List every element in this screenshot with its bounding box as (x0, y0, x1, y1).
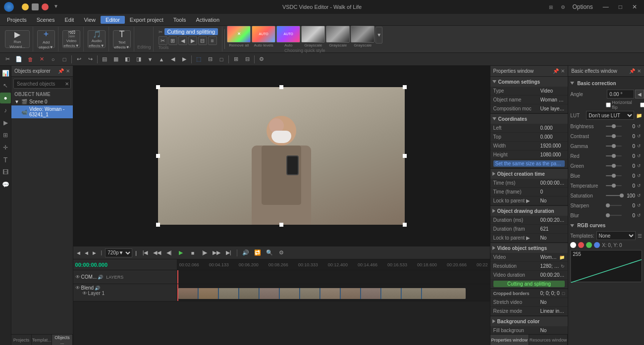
tl-play-prev[interactable]: |◀ (140, 248, 151, 258)
qs-more-btn[interactable]: ▼ (376, 26, 382, 48)
resolution-refresh-btn[interactable]: ↻ (561, 264, 565, 269)
props-close[interactable]: ✕ (561, 68, 565, 74)
tb2-delete-red[interactable]: 🗑 (25, 54, 36, 64)
gamma-thumb[interactable] (612, 144, 616, 148)
close-button[interactable] (42, 3, 49, 10)
contrast-reset[interactable]: ↺ (636, 133, 642, 139)
handle-bottom-center[interactable] (279, 223, 283, 227)
track-eye-1[interactable]: 👁 (75, 274, 80, 280)
qs-auto-thumb[interactable]: AUTO (276, 26, 300, 43)
tab-projects[interactable]: Projects (11, 335, 32, 345)
add-object-button[interactable]: + Add object▼ (37, 30, 55, 48)
h-flip-checkbox[interactable] (606, 102, 611, 107)
tl-play[interactable]: ▶ (175, 248, 186, 258)
tb2-deselect[interactable]: ⊟ (205, 54, 215, 64)
handle-top-right[interactable] (403, 85, 407, 89)
tl-next[interactable]: ▶ (91, 249, 98, 256)
li-cursor-icon[interactable]: ↖ (0, 80, 11, 91)
props-pin[interactable]: 📌 (553, 68, 559, 74)
handle-middle-left[interactable] (156, 154, 160, 158)
qs-grayscale-2-thumb[interactable] (326, 26, 350, 43)
angle-left-btn[interactable]: ◀ (635, 90, 644, 99)
tb2-align-left[interactable]: ◧ (122, 54, 133, 64)
red-reset[interactable]: ↺ (636, 153, 642, 159)
video-settings-header[interactable]: Video object settings (490, 243, 568, 253)
tb2-grid1[interactable]: ▤ (99, 54, 110, 64)
qs-remove-all-thumb[interactable]: ✕ (227, 26, 251, 43)
menu-projects[interactable]: Projects (2, 16, 32, 24)
qs-auto-levels-thumb[interactable]: AUTO (252, 26, 275, 43)
tb2-arrow-left[interactable]: ◀ (167, 54, 178, 64)
lut-select[interactable]: Don't use LUT (586, 111, 634, 120)
green-thumb[interactable] (612, 164, 616, 168)
options-button[interactable]: Options (569, 2, 595, 11)
common-settings-header[interactable]: Common settings (490, 77, 568, 87)
red-slider[interactable] (606, 155, 622, 156)
tb2-arrow-up[interactable]: ▲ (156, 54, 167, 64)
menu-activation[interactable]: Activation (191, 16, 224, 24)
lut-file-btn[interactable]: 📁 (636, 113, 642, 118)
tb2-grid2[interactable]: ▦ (110, 54, 121, 64)
tb2-snap[interactable]: ⊞ (230, 54, 241, 64)
tb2-circle[interactable]: ○ (48, 54, 58, 64)
restore-button[interactable] (32, 3, 39, 10)
video-item[interactable]: 📹 Video: Woman - 63241_1 (11, 105, 73, 118)
temperature-slider[interactable] (606, 185, 622, 186)
handle-top-left[interactable] (156, 85, 160, 89)
tl-vol[interactable]: 🔊 (240, 248, 251, 258)
li-green-circle-icon[interactable]: ● (0, 93, 11, 103)
saturation-thumb[interactable] (620, 194, 624, 197)
sharpen-slider[interactable] (606, 205, 622, 206)
scene-0-item[interactable]: ▼ 🎬 Scene 0 (11, 98, 73, 105)
blue-slider[interactable] (606, 175, 622, 176)
tb2-redo[interactable]: ↪ (85, 54, 96, 64)
contrast-thumb[interactable] (612, 134, 616, 138)
video-file-btn[interactable]: 📁 (559, 255, 565, 260)
drawing-duration-header[interactable]: Object drawing duration (490, 206, 568, 216)
blur-slider[interactable] (606, 215, 622, 216)
saturation-slider[interactable] (606, 195, 622, 196)
saturation-reset[interactable]: ↺ (636, 193, 642, 198)
templates-action-btn[interactable]: ☰ (638, 233, 642, 239)
temperature-thumb[interactable] (612, 184, 616, 188)
brightness-slider[interactable] (606, 126, 622, 127)
track-eye-3[interactable]: 👁 (82, 291, 87, 296)
li-chart-icon[interactable]: 📊 (0, 68, 11, 79)
cutting-splitting-btn-row[interactable]: Cutting and splitting (490, 280, 568, 289)
video-effects-button[interactable]: 🎬 Video effects▼ (62, 30, 80, 48)
v-flip-checkbox[interactable] (640, 102, 644, 107)
tb2-undo[interactable]: ↩ (73, 54, 84, 64)
li-grid-icon[interactable]: ⊞ (0, 130, 11, 141)
minimize-button[interactable] (22, 3, 29, 10)
cut-tool-3[interactable]: ◀ (178, 36, 187, 45)
gamma-slider[interactable] (606, 146, 622, 147)
green-reset[interactable]: ↺ (636, 163, 642, 169)
li-text-icon[interactable]: T (0, 154, 11, 165)
rgb-dot-red[interactable] (578, 242, 584, 248)
cropped-borders-btn[interactable]: □ (562, 291, 565, 296)
sharpen-thumb[interactable] (606, 203, 610, 207)
tl-step-fwd[interactable]: |▶ (199, 248, 210, 258)
search-input[interactable] (13, 79, 71, 89)
effects-close[interactable]: ✕ (637, 68, 641, 74)
tb2-copy[interactable]: 📄 (13, 54, 24, 64)
track-eye-2[interactable]: 👁 (75, 285, 80, 291)
menu-scenes[interactable]: Scenes (32, 16, 60, 24)
handle-middle-right[interactable] (403, 154, 407, 158)
tb2-close-red[interactable]: ✕ (36, 54, 47, 64)
tl-prev2[interactable]: ◀◀ (152, 248, 162, 258)
tl-step-back[interactable]: ◀| (163, 248, 174, 258)
blur-reset[interactable]: ↺ (636, 212, 642, 218)
same-size-btn[interactable]: Set the same size as the parent has (493, 160, 565, 167)
li-bubble-icon[interactable]: 💬 (0, 179, 11, 190)
cut-tool-2[interactable]: ⊞ (168, 36, 177, 45)
qs-grayscale-1-thumb[interactable] (301, 26, 325, 43)
brightness-thumb[interactable] (612, 124, 616, 128)
tb2-magnet[interactable]: ⊟ (242, 54, 253, 64)
tb2-box-select[interactable]: □ (216, 54, 227, 64)
rgb-dot-green[interactable] (586, 242, 592, 248)
rgb-dot-blue[interactable] (594, 242, 600, 248)
templates-select[interactable]: None (596, 231, 636, 240)
search-clear-button[interactable]: ✕ (65, 81, 69, 87)
video-clip[interactable] (178, 288, 466, 299)
